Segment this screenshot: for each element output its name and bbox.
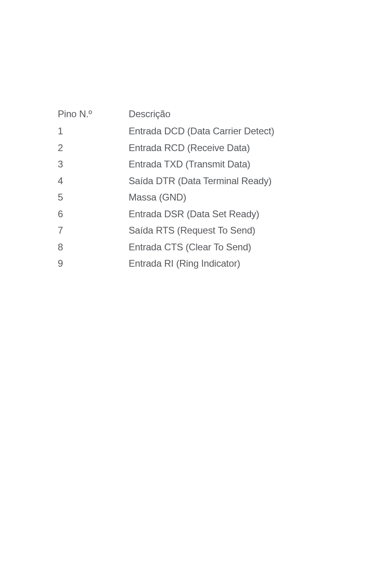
table-row: 6 Entrada DSR (Data Set Ready) (58, 209, 274, 219)
pin-description-table: Pino N.º Descrição 1 Entrada DCD (Data C… (58, 109, 274, 275)
table-row: 7 Saída RTS (Request To Send) (58, 226, 274, 235)
cell-pin: 9 (58, 259, 129, 268)
cell-desc: Entrada DSR (Data Set Ready) (129, 209, 259, 219)
header-pin: Pino N.º (58, 109, 129, 119)
table-row: 1 Entrada DCD (Data Carrier Detect) (58, 126, 274, 136)
table-header-row: Pino N.º Descrição (58, 109, 274, 119)
cell-pin: 2 (58, 143, 129, 153)
cell-pin: 6 (58, 209, 129, 219)
cell-desc: Entrada CTS (Clear To Send) (129, 242, 251, 252)
table-row: 9 Entrada RI (Ring Indicator) (58, 259, 274, 268)
cell-pin: 7 (58, 226, 129, 235)
cell-pin: 1 (58, 126, 129, 136)
table-row: 2 Entrada RCD (Receive Data) (58, 143, 274, 153)
cell-pin: 8 (58, 242, 129, 252)
table-row: 4 Saída DTR (Data Terminal Ready) (58, 176, 274, 186)
cell-pin: 5 (58, 193, 129, 202)
cell-pin: 3 (58, 159, 129, 169)
table-row: 3 Entrada TXD (Transmit Data) (58, 159, 274, 169)
cell-desc: Saída RTS (Request To Send) (129, 226, 255, 235)
cell-pin: 4 (58, 176, 129, 186)
cell-desc: Saída DTR (Data Terminal Ready) (129, 176, 272, 186)
table-row: 8 Entrada CTS (Clear To Send) (58, 242, 274, 252)
cell-desc: Entrada DCD (Data Carrier Detect) (129, 126, 274, 136)
header-desc: Descrição (129, 109, 170, 119)
cell-desc: Entrada RCD (Receive Data) (129, 143, 250, 153)
table-row: 5 Massa (GND) (58, 193, 274, 202)
cell-desc: Entrada RI (Ring Indicator) (129, 259, 240, 268)
cell-desc: Entrada TXD (Transmit Data) (129, 159, 250, 169)
cell-desc: Massa (GND) (129, 193, 186, 202)
